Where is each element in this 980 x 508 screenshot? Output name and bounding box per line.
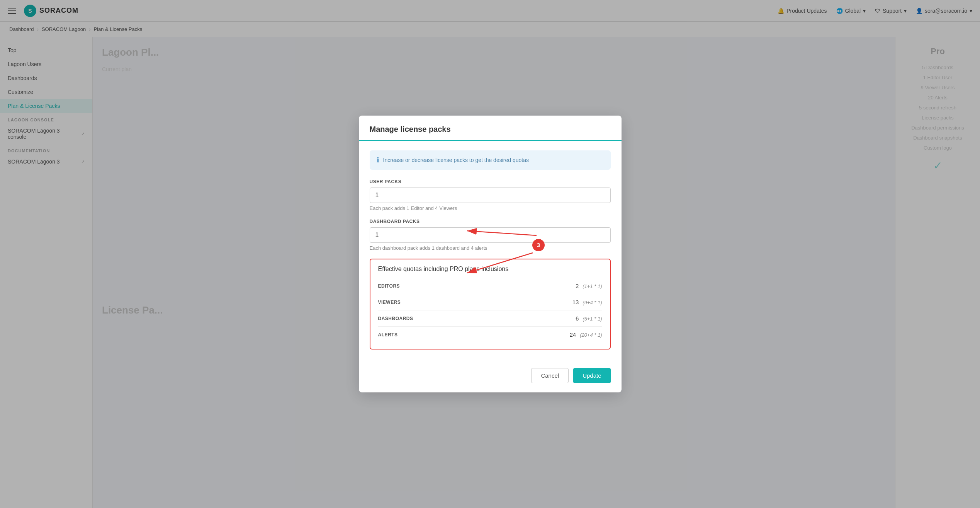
- user-packs-field: USER PACKS Each pack adds 1 Editor and 4…: [370, 179, 611, 211]
- quota-alerts-key: ALERTS: [378, 332, 398, 338]
- quota-viewers-value: 13 (9+4 * 1): [572, 299, 602, 305]
- info-banner: ℹ Increase or decrease license packs to …: [370, 150, 611, 170]
- quota-dashboards-key: DASHBOARDS: [378, 316, 413, 321]
- modal-body: ℹ Increase or decrease license packs to …: [359, 141, 622, 368]
- quota-dashboards-value: 6 (5+1 * 1): [576, 315, 602, 322]
- quota-viewers-row: VIEWERS 13 (9+4 * 1): [378, 294, 602, 310]
- quota-alerts-row: ALERTS 24 (20+4 * 1): [378, 327, 602, 343]
- modal-overlay: Manage license packs ℹ Increase or decre…: [0, 0, 980, 508]
- quota-viewers-key: VIEWERS: [378, 300, 401, 305]
- modal-header: Manage license packs: [359, 116, 622, 141]
- quotas-box: Effective quotas including PRO plans inc…: [370, 259, 611, 349]
- quota-dashboards-row: DASHBOARDS 6 (5+1 * 1): [378, 310, 602, 327]
- update-button[interactable]: Update: [573, 368, 610, 383]
- dashboard-packs-hint: Each dashboard pack adds 1 dashboard and…: [370, 245, 611, 251]
- quotas-title: Effective quotas including PRO plans inc…: [378, 266, 602, 273]
- dashboard-packs-field: DASHBOARD PACKS Each dashboard pack adds…: [370, 219, 611, 251]
- quota-editors-value: 2 (1+1 * 1): [576, 283, 602, 289]
- quota-alerts-value: 24 (20+4 * 1): [569, 331, 602, 338]
- modal-footer: Cancel Update: [359, 368, 622, 392]
- manage-license-modal: Manage license packs ℹ Increase or decre…: [359, 116, 622, 392]
- info-message: Increase or decrease license packs to ge…: [383, 157, 529, 163]
- cancel-button[interactable]: Cancel: [531, 368, 569, 383]
- modal-title: Manage license packs: [370, 125, 611, 134]
- quota-editors-key: EDITORS: [378, 283, 400, 289]
- user-packs-input[interactable]: [370, 188, 611, 203]
- user-packs-label: USER PACKS: [370, 179, 611, 184]
- dashboard-packs-label: DASHBOARD PACKS: [370, 219, 611, 224]
- user-packs-hint: Each pack adds 1 Editor and 4 Viewers: [370, 205, 611, 211]
- info-icon: ℹ: [377, 156, 379, 164]
- quota-editors-row: EDITORS 2 (1+1 * 1): [378, 278, 602, 294]
- dashboard-packs-input[interactable]: [370, 227, 611, 243]
